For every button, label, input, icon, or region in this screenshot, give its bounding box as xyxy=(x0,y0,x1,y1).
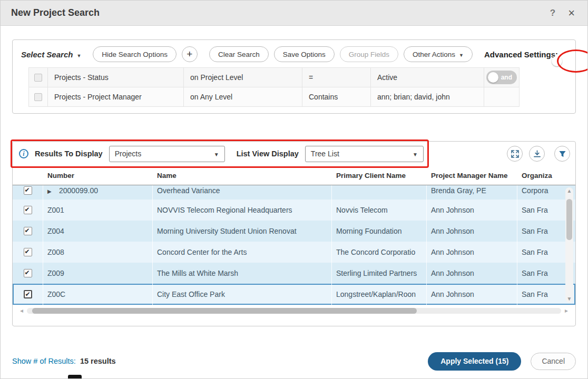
cell-manager: Ann Johnson xyxy=(427,242,517,263)
group-fields-button: Group Fields xyxy=(340,46,398,62)
cell-name: Concord Center for the Arts xyxy=(153,242,332,263)
column-header-client[interactable]: Primary Client Name xyxy=(332,172,427,179)
chevron-down-icon xyxy=(214,149,219,158)
list-view-display-select[interactable]: Tree List xyxy=(305,146,424,162)
row-checkbox[interactable] xyxy=(24,290,32,298)
criteria-value[interactable]: ann; brian; david, john xyxy=(371,87,484,106)
table-row[interactable]: Z009 The Mills at White Marsh Sterling L… xyxy=(13,263,575,284)
expand-results-button[interactable] xyxy=(507,146,523,162)
results-to-display-select[interactable]: Projects xyxy=(109,146,225,162)
show-results-link[interactable]: Show # of Results: xyxy=(12,357,76,365)
horizontal-scroll-track[interactable] xyxy=(27,308,561,314)
criteria-operator[interactable]: = xyxy=(302,68,371,87)
criteria-value[interactable]: Active xyxy=(371,68,484,87)
cell-number: Z004 xyxy=(43,221,153,242)
filter-button[interactable] xyxy=(554,146,570,162)
new-project-search-dialog: New Project Search ? × Select Search Hid… xyxy=(1,1,587,326)
download-icon xyxy=(533,150,541,158)
results-to-display-value: Projects xyxy=(115,149,142,158)
cell-number: Z009 xyxy=(43,263,153,284)
hide-search-options-button[interactable]: Hide Search Options xyxy=(93,46,177,62)
results-to-display-label: Results To Display xyxy=(35,149,103,158)
table-row[interactable]: Z001 NOVVIS Telecom Regional Headquarter… xyxy=(13,200,575,221)
row-checkbox-cell xyxy=(13,242,43,263)
criteria-checkbox[interactable] xyxy=(34,93,42,101)
scroll-down-icon[interactable]: ▼ xyxy=(567,295,572,303)
apply-selected-button[interactable]: Apply Selected (15) xyxy=(428,352,521,371)
table-row[interactable]: Z004 Morning University Student Union Re… xyxy=(13,221,575,242)
export-button[interactable] xyxy=(529,146,545,162)
row-checkbox[interactable] xyxy=(24,248,32,256)
vertical-scroll-thumb[interactable] xyxy=(566,199,572,240)
advanced-settings-group: Advanced Settings: xyxy=(484,50,568,59)
row-checkbox-cell xyxy=(13,263,43,284)
search-criteria-table: Projects - Status on Project Level = Act… xyxy=(28,67,520,107)
cancel-button[interactable]: Cancel xyxy=(531,353,576,370)
and-label: and xyxy=(501,74,512,81)
column-header-number[interactable]: Number xyxy=(43,172,153,179)
criteria-checkbox-cell xyxy=(29,87,48,106)
save-options-button[interactable]: Save Options xyxy=(274,46,335,62)
cell-client: The Concord Corporatio xyxy=(332,242,427,263)
other-actions-button[interactable]: Other Actions xyxy=(404,46,473,62)
funnel-icon xyxy=(558,150,566,158)
row-checkbox-cell xyxy=(13,221,43,242)
dialog-titlebar: New Project Search ? × xyxy=(1,1,587,26)
vertical-scroll-track[interactable] xyxy=(565,195,573,295)
criteria-operator[interactable]: Contains xyxy=(302,87,371,106)
results-panel: i Results To Display Projects List View … xyxy=(12,141,576,326)
row-checkbox[interactable] xyxy=(24,186,32,195)
table-row[interactable]: Z008 Concord Center for the Arts The Con… xyxy=(13,242,575,263)
search-options-panel: Select Search Hide Search Options + Clea… xyxy=(12,39,576,114)
scroll-right-icon[interactable]: ▸ xyxy=(563,307,570,314)
info-icon[interactable]: i xyxy=(19,149,28,158)
cell-name: The Mills at White Marsh xyxy=(153,263,332,284)
cell-client: Morning Foundation xyxy=(332,221,427,242)
cell-client: Longstreet/Kaplan/Roon xyxy=(332,284,427,305)
help-icon[interactable]: ? xyxy=(548,8,557,18)
table-row-selected[interactable]: Z00C City East Office Park Longstreet/Ka… xyxy=(13,284,575,305)
select-search-dropdown[interactable]: Select Search xyxy=(21,50,81,59)
criteria-level[interactable]: on Project Level xyxy=(184,68,302,87)
and-or-toggle[interactable]: and xyxy=(486,71,517,84)
list-view-display-value: Tree List xyxy=(311,149,339,158)
cell-client: Novvis Telecom xyxy=(332,200,427,221)
table-row[interactable]: 2000099.00 Overhead Variance Brenda Gray… xyxy=(13,185,575,200)
row-checkbox[interactable] xyxy=(24,227,32,235)
cell-number: 2000099.00 xyxy=(43,185,153,200)
horizontal-scroll-thumb[interactable] xyxy=(32,308,417,314)
column-header-name[interactable]: Name xyxy=(153,172,332,179)
number-text: 2000099.00 xyxy=(59,186,98,195)
cell-manager: Ann Johnson xyxy=(427,263,517,284)
horizontal-scrollbar[interactable]: ◂ ▸ xyxy=(15,306,573,315)
column-header-manager[interactable]: Project Manager Name xyxy=(427,172,517,179)
vertical-scrollbar[interactable]: ▲ ▼ xyxy=(565,187,573,303)
results-count: 15 results xyxy=(80,357,116,365)
chevron-down-icon xyxy=(413,149,418,158)
dialog-footer: Show # of Results: 15 results Apply Sele… xyxy=(1,344,587,378)
cell-name: City East Office Park xyxy=(153,284,332,305)
chevron-down-icon xyxy=(76,50,81,59)
cell-number: Z001 xyxy=(43,200,153,221)
criteria-field[interactable]: Projects - Status xyxy=(48,68,184,87)
criteria-field[interactable]: Projects - Project Manager xyxy=(48,87,184,106)
add-search-row-button[interactable]: + xyxy=(182,46,198,62)
column-header-organization[interactable]: Organiza xyxy=(517,172,575,179)
cell-client xyxy=(332,185,427,200)
scroll-left-icon[interactable]: ◂ xyxy=(18,307,25,314)
toggle-knob xyxy=(552,56,562,66)
chevron-down-icon xyxy=(459,51,464,58)
criteria-level[interactable]: on Any Level xyxy=(184,87,302,106)
row-checkbox-cell xyxy=(13,200,43,221)
triangle-right-icon[interactable] xyxy=(47,186,59,195)
row-checkbox[interactable] xyxy=(24,269,32,277)
clear-search-button[interactable]: Clear Search xyxy=(209,46,269,62)
criteria-checkbox[interactable] xyxy=(34,74,42,82)
criteria-conjunction-cell xyxy=(484,87,519,106)
row-checkbox[interactable] xyxy=(24,206,32,214)
results-table-body: 2000099.00 Overhead Variance Brenda Gray… xyxy=(13,185,575,305)
other-actions-label: Other Actions xyxy=(413,51,455,58)
cell-manager: Ann Johnson xyxy=(427,284,517,305)
scroll-up-icon[interactable]: ▲ xyxy=(567,187,572,195)
close-icon[interactable]: × xyxy=(566,7,577,19)
